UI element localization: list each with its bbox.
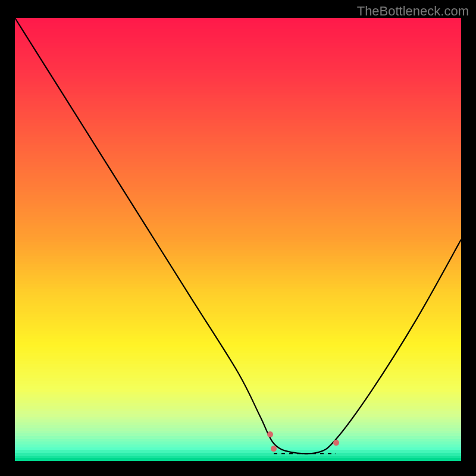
bottleneck-curve-path	[15, 18, 461, 453]
chart-plot-area	[15, 18, 461, 461]
highlight-dot	[267, 431, 273, 437]
highlight-dot	[333, 440, 339, 446]
watermark-text: TheBottleneck.com	[357, 4, 469, 19]
chart-svg	[15, 18, 461, 461]
highlight-dots	[267, 431, 339, 452]
highlight-dot	[271, 446, 277, 452]
